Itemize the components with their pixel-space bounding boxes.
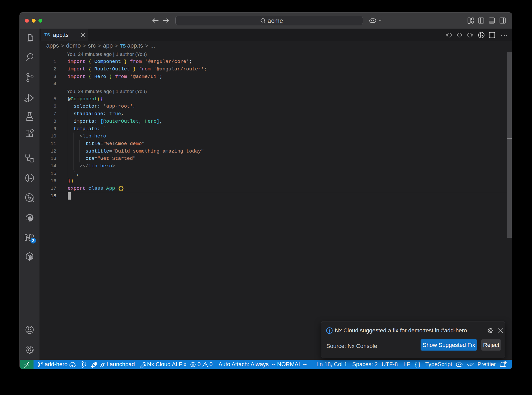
svg-text:3: 3 [32,239,35,243]
